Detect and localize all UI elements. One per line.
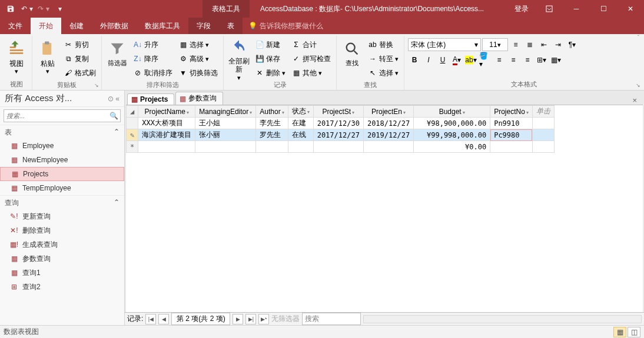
search-icon[interactable]: 🔍 bbox=[107, 112, 120, 120]
align-right-icon[interactable]: ≡ bbox=[521, 53, 534, 66]
close-icon[interactable]: ✕ bbox=[617, 0, 644, 18]
cell[interactable] bbox=[288, 141, 313, 153]
selection-button[interactable]: ▦选择 ▾ bbox=[177, 38, 220, 51]
col-managingeditor[interactable]: ManagingEditor▾ bbox=[195, 106, 256, 118]
nav-search[interactable]: 🔍 bbox=[4, 109, 121, 122]
font-size-combo[interactable]: 11 ▾ bbox=[482, 38, 508, 51]
col-projectst[interactable]: ProjectSt▾ bbox=[313, 106, 363, 118]
delete-record-button[interactable]: ✕删除 ▾ bbox=[253, 66, 287, 79]
tab-file[interactable]: 文件 bbox=[0, 18, 31, 34]
numbering-icon[interactable]: ≣ bbox=[523, 38, 536, 51]
datasheet-view-icon[interactable]: ▦ bbox=[613, 327, 626, 337]
cell[interactable] bbox=[256, 141, 288, 153]
cell[interactable]: ¥0.00 bbox=[414, 141, 490, 153]
cell[interactable] bbox=[363, 141, 413, 153]
cell[interactable]: 在线 bbox=[288, 129, 313, 141]
col-status[interactable]: 状态▾ bbox=[288, 106, 313, 118]
find-button[interactable]: 查找 bbox=[340, 38, 364, 77]
cell[interactable]: 2017/12/30 bbox=[313, 118, 363, 129]
maximize-icon[interactable]: ☐ bbox=[590, 0, 617, 18]
cell[interactable]: 在建 bbox=[288, 118, 313, 129]
nav-query-1[interactable]: ▦查询1 bbox=[0, 266, 124, 280]
text-dir-icon[interactable]: ¶▾ bbox=[566, 38, 579, 51]
next-record-icon[interactable]: ▶ bbox=[233, 314, 243, 324]
cell[interactable]: Pn9910 bbox=[490, 118, 533, 129]
nav-table-projects[interactable]: ▦Projects bbox=[0, 167, 124, 181]
new-record-nav-icon[interactable]: ▶* bbox=[258, 314, 269, 324]
save-record-button[interactable]: 💾保存 bbox=[253, 52, 287, 65]
table-row-new[interactable]: * ¥0.00 bbox=[127, 141, 555, 153]
goto-button[interactable]: →转至 ▾ bbox=[366, 52, 400, 65]
nav-group-queries[interactable]: 查询⌃ bbox=[0, 195, 124, 209]
col-projecten[interactable]: ProjectEn▾ bbox=[363, 106, 413, 118]
sign-in-label[interactable]: 登录 bbox=[507, 4, 536, 14]
select-obj-button[interactable]: ↖选择 ▾ bbox=[366, 66, 400, 79]
cell[interactable] bbox=[138, 141, 195, 153]
design-view-icon[interactable]: ◫ bbox=[628, 327, 640, 337]
cell[interactable]: XXX大桥项目 bbox=[138, 118, 195, 129]
clipboard-launcher-icon[interactable]: ↘ bbox=[93, 82, 100, 89]
sum-button[interactable]: Σ合计 bbox=[290, 38, 333, 51]
col-budget[interactable]: Budget▾ bbox=[414, 106, 490, 118]
fill-color-icon[interactable]: 🪣▾ bbox=[479, 53, 492, 66]
nav-query-delete[interactable]: ✕!删除查询 bbox=[0, 223, 124, 237]
cell[interactable]: 2018/12/27 bbox=[363, 118, 413, 129]
tab-dbtools[interactable]: 数据库工具 bbox=[137, 18, 188, 34]
col-author[interactable]: Author▾ bbox=[256, 106, 288, 118]
ascending-button[interactable]: A↓升序 bbox=[131, 38, 174, 51]
font-color-icon[interactable]: A▾ bbox=[450, 53, 463, 66]
cell[interactable]: ¥99,998,000.00 bbox=[414, 129, 490, 141]
cell-editing[interactable]: Pc9980 bbox=[490, 129, 533, 141]
cell[interactable]: 李先生 bbox=[256, 118, 288, 129]
cell[interactable] bbox=[532, 118, 554, 129]
refresh-all-button[interactable]: 全部刷新▾ bbox=[227, 38, 251, 77]
align-left-icon[interactable]: ≡ bbox=[493, 53, 506, 66]
nav-query-maketable[interactable]: ▦!生成表查询 bbox=[0, 237, 124, 252]
table-row[interactable]: ✎ 海滨港扩建项目 张小丽 罗先生 在线 2017/12/27 2019/12/… bbox=[127, 129, 555, 141]
toggle-filter-button[interactable]: ▼切换筛选 bbox=[177, 66, 220, 79]
cell[interactable]: 海滨港扩建项目 bbox=[138, 129, 195, 141]
cell[interactable] bbox=[532, 129, 554, 141]
font-launcher-icon[interactable]: ↘ bbox=[635, 82, 642, 89]
format-painter-button[interactable]: 🖌格式刷 bbox=[62, 66, 98, 79]
cell[interactable] bbox=[532, 141, 554, 153]
doc-tab-paramquery[interactable]: ▦参数查询 bbox=[175, 92, 223, 105]
new-record-button[interactable]: 📄新建 bbox=[253, 38, 287, 51]
tell-me[interactable]: 💡 告诉我你想要做什么 bbox=[248, 18, 323, 34]
collapse-ribbon-icon[interactable]: ˇ bbox=[638, 35, 639, 41]
replace-button[interactable]: ab替换 bbox=[366, 38, 400, 51]
cell[interactable]: ¥98,900,000.00 bbox=[414, 118, 490, 129]
nav-query-2[interactable]: ⊞查询2 bbox=[0, 280, 124, 294]
font-name-combo[interactable]: 宋体 (主体)▾ bbox=[408, 38, 481, 51]
cell[interactable]: 罗先生 bbox=[256, 129, 288, 141]
highlight-icon[interactable]: ab▾ bbox=[464, 53, 477, 66]
cell[interactable]: 2019/12/27 bbox=[363, 129, 413, 141]
view-button[interactable]: 视图▾ bbox=[5, 38, 28, 77]
cut-button[interactable]: ✂剪切 bbox=[62, 38, 98, 51]
row-selector-edit[interactable]: ✎ bbox=[127, 129, 138, 141]
col-addnew[interactable]: 单击 bbox=[532, 106, 554, 118]
nav-table-employee[interactable]: ▦Employee bbox=[0, 139, 124, 153]
underline-icon[interactable]: U bbox=[436, 53, 449, 66]
tab-create[interactable]: 创建 bbox=[61, 18, 92, 34]
table-row[interactable]: XXX大桥项目 王小姐 李先生 在建 2017/12/30 2018/12/27… bbox=[127, 118, 555, 129]
bullets-icon[interactable]: ≡ bbox=[509, 38, 522, 51]
first-record-icon[interactable]: |◀ bbox=[145, 314, 156, 324]
more-button[interactable]: ▦其他 ▾ bbox=[290, 66, 333, 79]
cell[interactable] bbox=[195, 141, 256, 153]
advanced-button[interactable]: ⚙高级 ▾ bbox=[177, 52, 220, 65]
cell[interactable]: 王小姐 bbox=[195, 118, 256, 129]
indent-dec-icon[interactable]: ⇤ bbox=[537, 38, 550, 51]
undo-icon[interactable]: ↶ ▾ bbox=[20, 2, 34, 16]
nav-group-tables[interactable]: 表⌃ bbox=[0, 125, 124, 139]
copy-button[interactable]: ⧉复制 bbox=[62, 52, 98, 65]
gridlines-icon[interactable]: ⊞▾ bbox=[535, 53, 548, 66]
col-projectno[interactable]: ProjectNo▾ bbox=[490, 106, 533, 118]
last-record-icon[interactable]: ▶| bbox=[245, 314, 256, 324]
nav-search-input[interactable] bbox=[4, 112, 107, 119]
close-tab-icon[interactable]: × bbox=[632, 96, 637, 105]
clear-sort-button[interactable]: ⊘取消排序 bbox=[131, 66, 174, 79]
qat-customize-icon[interactable]: ▾ bbox=[53, 2, 67, 16]
prev-record-icon[interactable]: ◀ bbox=[158, 314, 169, 324]
nav-table-newemployee[interactable]: ▦NewEmployee bbox=[0, 153, 124, 167]
